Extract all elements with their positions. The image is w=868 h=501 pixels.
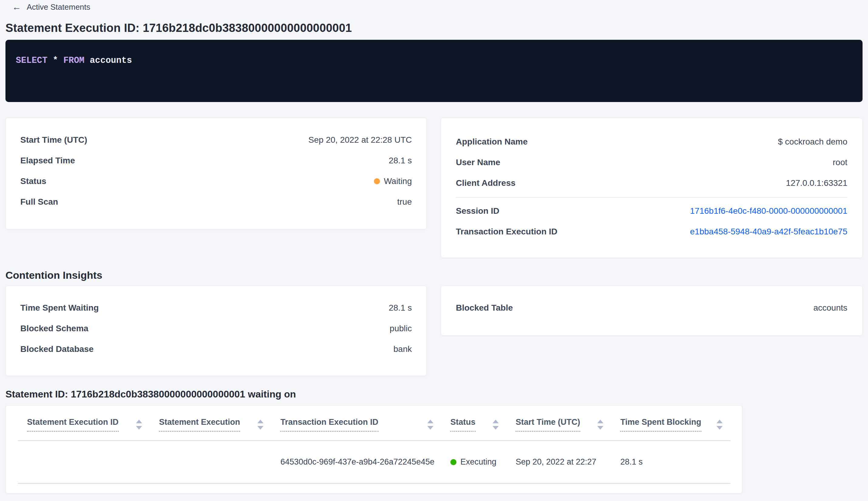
application-name-row: Application Name $ cockroach demo (456, 131, 847, 152)
contention-cards-row: Time Spent Waiting 28.1 s Blocked Schema… (6, 286, 862, 376)
cell-statement-execution (150, 440, 271, 483)
table-header-row: Statement Execution ID Statement Executi… (18, 406, 730, 440)
sql-star: * (53, 55, 58, 66)
status-text: Executing (460, 457, 497, 467)
contention-insights-heading: Contention Insights (6, 269, 862, 281)
column-header-status[interactable]: Status (441, 406, 507, 440)
sort-icon[interactable] (257, 420, 263, 430)
cell-transaction-execution-id: 64530d0c-969f-437e-a9b4-26a72245e45e (271, 440, 441, 483)
divider (456, 197, 847, 198)
contention-details-card: Time Spent Waiting 28.1 s Blocked Schema… (6, 286, 427, 376)
column-header-label: Statement Execution ID (27, 417, 119, 432)
blocked-table-card: Blocked Table accounts (441, 286, 862, 335)
transaction-execution-id-row: Transaction Execution ID e1bba458-5948-4… (456, 221, 847, 242)
user-name-row: User Name root (456, 152, 847, 173)
row-label: Client Address (456, 178, 516, 188)
sort-icon[interactable] (136, 420, 142, 430)
row-label: Full Scan (20, 197, 58, 207)
transaction-execution-id-link[interactable]: e1bba458-5948-40a9-a42f-5feac1b10e75 (690, 227, 847, 236)
row-label: Application Name (456, 137, 528, 147)
row-value: $ cockroach demo (778, 137, 847, 147)
row-value: accounts (813, 303, 847, 313)
sql-table-name: accounts (90, 55, 132, 66)
row-value: public (390, 324, 412, 333)
row-label: User Name (456, 158, 500, 167)
row-label: Transaction Execution ID (456, 227, 557, 236)
row-label: Elapsed Time (20, 156, 75, 166)
row-value: true (397, 197, 412, 207)
sort-icon[interactable] (427, 420, 433, 430)
statement-details-page: ← Active Statements Statement Execution … (0, 0, 868, 501)
row-label: Blocked Schema (20, 324, 88, 333)
status-row: Status Waiting (20, 171, 412, 192)
breadcrumb-label: Active Statements (27, 2, 90, 12)
column-header-statement-execution-id[interactable]: Statement Execution ID (18, 406, 150, 440)
row-label: Time Spent Waiting (20, 303, 99, 313)
column-header-label: Transaction Execution ID (280, 417, 378, 432)
full-scan-row: Full Scan true (20, 192, 412, 212)
session-id-row: Session ID 1716b1f6-4e0c-f480-0000-00000… (456, 201, 847, 221)
session-info-card: Application Name $ cockroach demo User N… (441, 118, 862, 258)
cell-time-spent-blocking: 28.1 s (611, 440, 730, 483)
client-address-row: Client Address 127.0.0.1:63321 (456, 173, 847, 193)
row-value: 28.1 s (389, 156, 412, 166)
row-label: Blocked Table (456, 303, 513, 313)
row-value: Sep 20, 2022 at 22:28 UTC (308, 135, 412, 145)
column-header-statement-execution[interactable]: Statement Execution (150, 406, 271, 440)
time-spent-waiting-row: Time Spent Waiting 28.1 s (20, 298, 412, 318)
column-header-label: Time Spent Blocking (620, 417, 701, 432)
executing-status-icon (451, 459, 456, 465)
row-value: root (833, 158, 847, 167)
column-header-label: Start Time (UTC) (516, 417, 580, 432)
breadcrumb[interactable]: ← Active Statements (12, 2, 862, 12)
sort-icon[interactable] (597, 420, 603, 430)
blocked-schema-row: Blocked Schema public (20, 318, 412, 339)
column-header-start-time[interactable]: Start Time (UTC) (507, 406, 611, 440)
cell-status: Executing (441, 440, 507, 483)
row-label: Blocked Database (20, 344, 94, 354)
cell-statement-execution-id (18, 440, 150, 483)
session-id-link[interactable]: 1716b1f6-4e0c-f480-0000-000000000001 (690, 206, 847, 216)
status-text: Waiting (384, 177, 412, 186)
row-value: 28.1 s (389, 303, 412, 313)
summary-cards-row: Start Time (UTC) Sep 20, 2022 at 22:28 U… (6, 118, 862, 258)
statement-overview-card: Start Time (UTC) Sep 20, 2022 at 22:28 U… (6, 118, 427, 229)
status-badge: Waiting (374, 177, 412, 186)
row-value: bank (393, 344, 412, 354)
row-label: Session ID (456, 206, 499, 216)
sort-icon[interactable] (492, 420, 499, 430)
waiting-status-icon (374, 178, 380, 184)
column-header-label: Statement Execution (159, 417, 240, 432)
elapsed-time-row: Elapsed Time 28.1 s (20, 150, 412, 171)
waiting-on-table: Statement Execution ID Statement Executi… (18, 406, 730, 484)
sql-statement-box: SELECT * FROM accounts (6, 40, 862, 102)
cell-start-time: Sep 20, 2022 at 22:27 (507, 440, 611, 483)
sql-keyword: FROM (63, 55, 85, 66)
waiting-on-table-card: Statement Execution ID Statement Executi… (6, 405, 742, 493)
blocked-database-row: Blocked Database bank (20, 339, 412, 360)
waiting-on-heading: Statement ID: 1716b218dc0b38380000000000… (6, 388, 862, 400)
arrow-left-icon: ← (12, 2, 21, 12)
row-label: Start Time (UTC) (20, 135, 87, 145)
column-header-label: Status (451, 417, 476, 432)
row-label: Status (20, 177, 46, 186)
page-title: Statement Execution ID: 1716b218dc0b3838… (6, 21, 862, 35)
row-value: 127.0.0.1:63321 (786, 178, 847, 188)
column-header-transaction-execution-id[interactable]: Transaction Execution ID (271, 406, 441, 440)
table-row: 64530d0c-969f-437e-a9b4-26a72245e45e Exe… (18, 440, 730, 483)
status-badge: Executing (451, 457, 500, 467)
column-header-time-spent-blocking[interactable]: Time Spent Blocking (611, 406, 730, 440)
sql-keyword: SELECT (16, 55, 47, 66)
sql-statement-text: SELECT * FROM accounts (16, 55, 852, 66)
blocked-table-row: Blocked Table accounts (456, 298, 847, 318)
sort-icon[interactable] (717, 420, 723, 430)
start-time-row: Start Time (UTC) Sep 20, 2022 at 22:28 U… (20, 130, 412, 150)
